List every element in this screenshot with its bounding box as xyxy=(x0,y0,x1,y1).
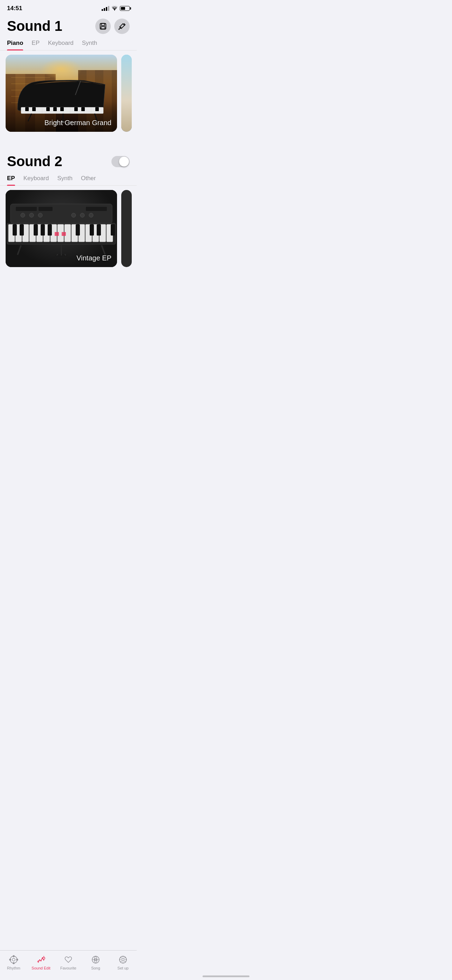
instrument-name-2: Vintage EP xyxy=(76,254,111,262)
svg-rect-68 xyxy=(90,224,94,235)
svg-rect-70 xyxy=(111,224,115,235)
tab2-other[interactable]: Other xyxy=(81,175,96,185)
svg-rect-66 xyxy=(62,232,66,236)
wifi-icon xyxy=(111,6,118,11)
svg-rect-62 xyxy=(33,224,38,235)
sound2-tabs: EP Keyboard Synth Other xyxy=(0,175,137,186)
section-gap xyxy=(0,136,137,150)
sound1-title: Sound 1 xyxy=(7,18,62,34)
toggle-knob xyxy=(119,157,129,167)
svg-rect-64 xyxy=(48,224,52,235)
svg-rect-65 xyxy=(55,232,59,236)
sound1-tabs: Piano EP Keyboard Synth xyxy=(0,40,137,51)
ep-keyboard-svg xyxy=(6,200,117,256)
sound1-actions xyxy=(95,19,130,34)
svg-point-6 xyxy=(121,27,121,27)
tab-piano[interactable]: Piano xyxy=(7,40,23,50)
sound2-instrument-card[interactable]: Vintage EP xyxy=(6,190,117,267)
tab-synth[interactable]: Synth xyxy=(82,40,97,50)
svg-rect-22 xyxy=(46,107,50,111)
sound1-peek-card[interactable] xyxy=(121,55,132,132)
sound1-instrument-card[interactable]: Bright German Grand xyxy=(6,55,117,132)
sound2-title: Sound 2 xyxy=(7,154,62,169)
svg-rect-27 xyxy=(95,107,99,111)
signal-icon xyxy=(102,6,109,11)
svg-rect-61 xyxy=(20,224,24,235)
sound2-peek-card[interactable] xyxy=(121,190,132,267)
tab2-synth[interactable]: Synth xyxy=(57,175,72,185)
sound2-toggle[interactable] xyxy=(111,156,130,167)
grand-piano-svg xyxy=(11,78,112,123)
svg-rect-26 xyxy=(81,107,85,111)
svg-line-28 xyxy=(28,114,32,121)
tab-keyboard[interactable]: Keyboard xyxy=(48,40,73,50)
save-icon xyxy=(99,22,107,30)
sound1-cards: Bright German Grand xyxy=(0,51,137,136)
status-icons xyxy=(102,6,130,11)
svg-rect-20 xyxy=(25,107,29,111)
svg-point-41 xyxy=(72,213,76,217)
svg-rect-3 xyxy=(101,26,105,29)
wand-icon xyxy=(118,22,126,30)
svg-point-42 xyxy=(80,213,84,217)
svg-rect-36 xyxy=(38,207,53,211)
svg-rect-2 xyxy=(101,23,104,25)
svg-rect-35 xyxy=(16,207,37,211)
svg-point-38 xyxy=(21,213,25,217)
tab-ep[interactable]: EP xyxy=(32,40,40,50)
svg-rect-24 xyxy=(60,107,64,111)
sound2-cards: Vintage EP xyxy=(0,186,137,271)
instrument-name-1: Bright German Grand xyxy=(45,119,111,127)
battery-icon xyxy=(120,6,130,11)
status-time: 14:51 xyxy=(7,5,22,12)
svg-rect-25 xyxy=(74,107,78,111)
save-button[interactable] xyxy=(95,19,111,34)
svg-point-39 xyxy=(29,213,33,217)
svg-line-72 xyxy=(102,245,105,255)
sound2-header: Sound 2 xyxy=(0,150,137,175)
tab2-ep[interactable]: EP xyxy=(7,175,15,185)
svg-rect-23 xyxy=(53,107,57,111)
svg-rect-21 xyxy=(32,107,36,111)
svg-point-40 xyxy=(38,213,42,217)
svg-point-4 xyxy=(120,28,121,29)
sound1-header: Sound 1 xyxy=(0,15,137,40)
edit-button[interactable] xyxy=(114,19,130,34)
svg-point-5 xyxy=(119,29,119,29)
svg-rect-37 xyxy=(86,207,107,211)
svg-point-0 xyxy=(114,10,115,11)
svg-line-71 xyxy=(18,245,21,255)
tab2-keyboard[interactable]: Keyboard xyxy=(24,175,49,185)
svg-point-43 xyxy=(89,213,93,217)
status-bar: 14:51 xyxy=(0,0,137,15)
svg-rect-69 xyxy=(97,224,101,235)
bottom-padding xyxy=(0,271,137,306)
svg-rect-63 xyxy=(41,224,45,235)
svg-rect-67 xyxy=(76,224,80,235)
svg-rect-60 xyxy=(13,224,17,235)
